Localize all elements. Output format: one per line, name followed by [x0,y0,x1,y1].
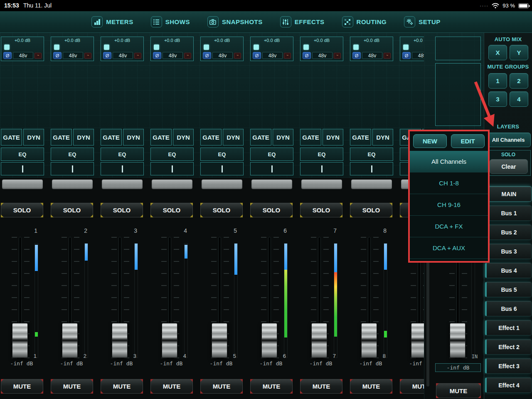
dyn-button[interactable]: DYN [323,129,343,145]
pan-indicator[interactable] [101,162,144,175]
edit-layer-button[interactable]: EDIT [451,134,485,148]
solo-button[interactable]: SOLO [250,203,293,217]
select-indicator[interactable] [4,44,10,50]
polarity-button[interactable]: Ø [253,52,261,59]
phantom-48v-button[interactable]: 48v [63,52,83,59]
gate-button[interactable]: GATE [1,129,22,145]
phantom-48v-button[interactable]: 48v [113,52,133,59]
mute-button[interactable]: MUTE [150,379,193,394]
select-indicator[interactable] [303,44,309,50]
eq-button[interactable]: EQ [150,148,194,161]
channel-head[interactable]: +0.0 dB Ø 48v ~ [101,37,144,61]
eq-button[interactable]: EQ [300,148,343,161]
select-indicator[interactable] [104,44,109,50]
dyn-button[interactable]: DYN [173,129,194,145]
dyn-button[interactable]: DYN [223,129,244,145]
eq-button[interactable]: EQ [200,148,244,161]
fader-handle[interactable] [12,323,28,358]
mix-select-button[interactable]: Effect 2 [485,339,532,355]
mute-button[interactable]: MUTE [51,379,93,394]
mix-select-button[interactable]: Bus 6 [485,301,532,316]
mix-select-button[interactable]: Bus 4 [485,263,532,278]
lowcut-button[interactable]: ~ [284,53,291,59]
lowcut-button[interactable]: ~ [184,53,191,59]
mute-button[interactable]: MUTE [300,379,342,394]
lowcut-button[interactable]: ~ [134,53,141,59]
layer-option[interactable]: CH 1-8 [410,172,488,194]
mute-button[interactable]: MUTE [1,379,43,394]
gate-button[interactable]: GATE [101,129,122,145]
dyn-button[interactable]: DYN [23,129,44,145]
channel-scribble-strip[interactable] [202,180,242,189]
fader-handle[interactable] [112,323,128,358]
pan-indicator[interactable] [250,162,293,175]
channel-scribble-strip[interactable] [152,180,192,189]
pan-indicator[interactable] [200,162,244,175]
lowcut-button[interactable]: ~ [384,53,391,59]
nav-effects[interactable]: EFFECTS [280,16,325,27]
channel-scribble-strip[interactable] [351,180,392,189]
nav-snapshots[interactable]: SNAPSHOTS [207,16,263,27]
mix-select-button[interactable]: MAIN [485,186,532,202]
pan-indicator[interactable] [150,162,194,175]
gate-button[interactable]: GATE [300,129,321,145]
nav-routing[interactable]: ROUTING [342,16,387,27]
phantom-48v-button[interactable]: 48v [262,52,283,59]
main-mute-button[interactable]: MUTE [436,383,481,398]
select-indicator[interactable] [403,44,409,50]
nav-setup[interactable]: SETUP [404,16,441,27]
mix-select-button[interactable]: Bus 5 [485,282,532,297]
main-fader-handle[interactable] [450,323,466,358]
channel-head[interactable]: +0.0 dB Ø 48v ~ [1,37,44,61]
eq-button[interactable]: EQ [250,148,293,161]
polarity-button[interactable]: Ø [103,52,111,59]
solo-clear-button[interactable]: Clear [490,159,528,174]
gate-button[interactable]: GATE [350,129,371,145]
polarity-button[interactable]: Ø [203,52,211,59]
fader-handle[interactable] [162,323,177,358]
gate-button[interactable]: GATE [200,129,222,145]
phantom-48v-button[interactable]: 48v [312,52,332,59]
mute-group-button[interactable]: 2 [510,73,528,89]
phantom-48v-button[interactable]: 48v [362,52,382,59]
eq-button[interactable]: EQ [350,148,393,161]
mix-select-button[interactable]: Bus 1 [485,205,532,221]
channel-head[interactable]: +0.0 dB Ø 48v ~ [350,37,393,61]
nav-meters[interactable]: METERS [91,16,133,27]
nav-shows[interactable]: SHOWS [151,16,190,27]
dyn-button[interactable]: DYN [273,129,293,145]
channel-scribble-strip[interactable] [251,180,292,189]
select-indicator[interactable] [154,44,159,50]
fader-handle[interactable] [361,323,377,358]
mix-select-button[interactable]: Effect 4 [485,377,532,393]
channel-head[interactable]: +0.0 dB Ø 48v ~ [300,37,343,61]
polarity-button[interactable]: Ø [53,52,62,59]
solo-button[interactable]: SOLO [200,203,243,217]
gate-button[interactable]: GATE [51,129,72,145]
solo-button[interactable]: SOLO [1,203,43,217]
fader-handle[interactable] [261,323,277,358]
lowcut-button[interactable]: ~ [334,53,341,59]
channel-scribble-strip[interactable] [2,180,43,189]
mute-button[interactable]: MUTE [250,379,293,394]
fader-handle[interactable] [212,323,227,358]
channel-head[interactable]: +0.0 dB Ø 48v ~ [51,37,94,61]
layer-option[interactable]: CH 9-16 [410,194,488,216]
solo-button[interactable]: SOLO [300,203,342,217]
mute-button[interactable]: MUTE [350,379,392,394]
mix-select-button[interactable]: Effect 3 [485,358,532,374]
phantom-48v-button[interactable]: 48v [163,52,183,59]
channel-head[interactable]: +0.0 dB Ø 48v ~ [200,37,244,61]
polarity-button[interactable]: Ø [402,52,411,59]
dyn-button[interactable]: DYN [372,129,393,145]
channel-head[interactable]: +0.0 dB Ø 48v ~ [250,37,293,61]
mute-group-button[interactable]: 3 [488,91,507,107]
solo-button[interactable]: SOLO [51,203,93,217]
solo-button[interactable]: SOLO [101,203,143,217]
mix-select-button[interactable]: Bus 2 [485,224,532,240]
dyn-button[interactable]: DYN [73,129,94,145]
eq-button[interactable]: EQ [51,148,94,161]
pan-indicator[interactable] [350,162,393,175]
select-indicator[interactable] [204,44,209,50]
channel-scribble-strip[interactable] [102,180,143,189]
